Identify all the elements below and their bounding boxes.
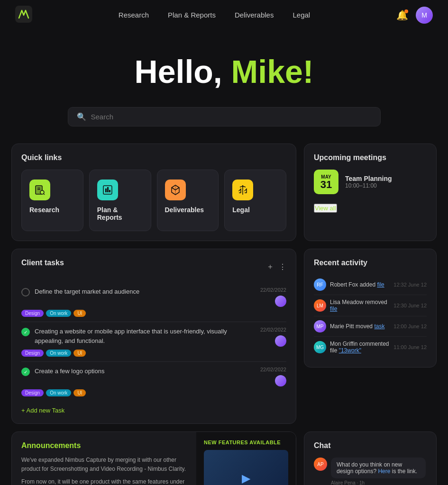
activity-left-1: LM Lisa Meadow removed file bbox=[314, 299, 393, 312]
chat-bubble-0: What do you think on new design options?… bbox=[331, 458, 426, 485]
add-task-button[interactable]: + Add new Task bbox=[21, 407, 64, 414]
recent-activity-card: Recent activity RF Robert Fox added file… bbox=[304, 249, 437, 368]
activity-link-3[interactable]: "13work" bbox=[339, 347, 361, 354]
navbar: Research Plan & Reports Deliverables Leg… bbox=[0, 0, 448, 30]
activity-link-1[interactable]: file bbox=[330, 305, 337, 312]
nav-research[interactable]: Research bbox=[119, 11, 149, 19]
svg-rect-9 bbox=[107, 187, 109, 192]
tag-ui-2: UI bbox=[73, 350, 86, 357]
tag-onwork-1: On work bbox=[46, 310, 71, 317]
nav-deliverables[interactable]: Deliverables bbox=[235, 11, 274, 19]
user-avatar-button[interactable]: M bbox=[416, 7, 433, 24]
chat-link[interactable]: Here bbox=[378, 468, 390, 475]
svg-rect-10 bbox=[109, 190, 110, 192]
chat-sender-0: Alaire Pena · 1h bbox=[331, 480, 426, 485]
task-checkbox-3[interactable]: ✓ bbox=[21, 368, 30, 376]
legal-icon bbox=[232, 180, 253, 200]
task-tags-3: Design On work UI bbox=[21, 389, 286, 396]
task-avatar-1 bbox=[275, 296, 286, 307]
meeting-item: May 31 Team Planning 10:00–11:00 bbox=[314, 170, 427, 194]
activity-left-0: RF Robert Fox added file bbox=[314, 278, 384, 291]
task-date-3: 22/02/2022 bbox=[260, 367, 286, 372]
client-tasks-card: Client tasks ＋ ⋮ Define the target marke… bbox=[11, 249, 296, 424]
quick-links-card: Quick links Research bbox=[11, 144, 296, 241]
client-tasks-title: Client tasks bbox=[21, 259, 64, 267]
activity-link-2[interactable]: task bbox=[374, 323, 384, 330]
notifications-button[interactable]: 🔔 bbox=[396, 9, 408, 21]
right-column: Recent activity RF Robert Fox added file… bbox=[304, 249, 437, 424]
quick-link-plan-label: Plan & Reports bbox=[97, 206, 143, 221]
task-meta-2: 22/02/2022 bbox=[260, 327, 286, 347]
activity-text-3: Mon Griffin commented file "13work" bbox=[330, 341, 393, 354]
task-left-3: ✓ Create a few logo options bbox=[21, 367, 256, 376]
activity-avatar-0: RF bbox=[314, 278, 326, 291]
quick-link-legal-label: Legal bbox=[232, 206, 250, 214]
announcements-title: Announcements bbox=[21, 441, 187, 450]
activity-avatar-3: MG bbox=[314, 341, 326, 353]
right-column-bottom: Chat AP What do you think on new design … bbox=[304, 431, 437, 485]
recent-activity-title: Recent activity bbox=[314, 259, 427, 267]
nav-links: Research Plan & Reports Deliverables Leg… bbox=[119, 11, 310, 19]
task-avatar-3 bbox=[275, 375, 286, 386]
quick-links-title: Quick links bbox=[21, 153, 286, 162]
svg-rect-8 bbox=[105, 189, 107, 192]
announce-text-0: We've expanded Nimbus Capture by merging… bbox=[21, 456, 187, 474]
activity-time-0: 12:32 June 12 bbox=[393, 282, 427, 287]
activity-list: RF Robert Fox added file 12:32 June 12 L… bbox=[314, 275, 427, 358]
quick-link-deliverables[interactable]: Deliverables bbox=[157, 170, 219, 231]
add-task-icon-button[interactable]: ＋ bbox=[266, 262, 274, 272]
quick-link-plan-reports[interactable]: Plan & Reports bbox=[89, 170, 151, 231]
task-date-1: 22/02/2022 bbox=[260, 287, 286, 293]
meeting-info: Team Planning 10:00–11:00 bbox=[345, 175, 392, 189]
search-input[interactable] bbox=[91, 113, 372, 121]
activity-time-2: 12:00 June 12 bbox=[393, 323, 427, 329]
task-date-2: 22/02/2022 bbox=[260, 327, 286, 332]
view-all-meetings-button[interactable]: View all bbox=[314, 204, 337, 213]
chat-message-0: AP What do you think on new design optio… bbox=[314, 458, 427, 485]
logo[interactable] bbox=[15, 6, 32, 25]
task-checkbox-2[interactable]: ✓ bbox=[21, 328, 30, 336]
tasks-menu-button[interactable]: ⋮ bbox=[279, 262, 286, 271]
activity-avatar-1: LM bbox=[314, 299, 326, 312]
quick-link-legal[interactable]: Legal bbox=[224, 170, 286, 231]
chat-avatar-0: AP bbox=[314, 458, 327, 471]
new-features-label: NEW FEATURES AVAILABLE bbox=[204, 440, 281, 445]
activity-text-0: Robert Fox added file bbox=[330, 281, 384, 288]
tag-ui-1: UI bbox=[73, 310, 86, 317]
task-row-2: ✓ Creating a website or mobile app inter… bbox=[21, 327, 286, 347]
tag-onwork-3: On work bbox=[46, 389, 71, 396]
activity-item-2: MP Marie Pitt moved task 12:00 June 12 bbox=[314, 316, 427, 337]
plan-reports-icon bbox=[97, 180, 118, 200]
chat-text-0: What do you think on new design options?… bbox=[331, 458, 426, 478]
quick-link-research[interactable]: Research bbox=[21, 170, 83, 231]
task-item-3: ✓ Create a few logo options 22/02/2022 D… bbox=[21, 362, 286, 401]
task-row-3: ✓ Create a few logo options 22/02/2022 bbox=[21, 367, 286, 386]
task-item-1: Define the target market and audience 22… bbox=[21, 282, 286, 322]
hero-heading: Hello, Mike! bbox=[0, 53, 448, 90]
tag-design-1: Design bbox=[21, 310, 44, 317]
user-avatar: M bbox=[416, 7, 433, 24]
activity-time-3: 11:00 June 12 bbox=[393, 344, 427, 350]
task-meta-3: 22/02/2022 bbox=[260, 367, 286, 386]
nav-actions: 🔔 M bbox=[396, 7, 433, 24]
third-row: Announcements We've expanded Nimbus Capt… bbox=[0, 431, 448, 485]
quick-link-deliverables-label: Deliverables bbox=[165, 206, 204, 214]
activity-text-1: Lisa Meadow removed file bbox=[330, 299, 393, 312]
tag-design-2: Design bbox=[21, 350, 44, 357]
hero-name: Mike! bbox=[231, 54, 314, 90]
announcements-card: Announcements We've expanded Nimbus Capt… bbox=[11, 431, 296, 485]
quick-links-grid: Research Plan & Reports bbox=[21, 170, 286, 231]
research-icon bbox=[29, 180, 50, 200]
activity-item-1: LM Lisa Meadow removed file 12:30 June 1… bbox=[314, 295, 427, 316]
notification-dot bbox=[404, 9, 408, 13]
activity-text-2: Marie Pitt moved task bbox=[330, 323, 384, 330]
nav-plan-reports[interactable]: Plan & Reports bbox=[168, 11, 216, 19]
activity-link-0[interactable]: file bbox=[377, 281, 384, 288]
tag-ui-3: UI bbox=[73, 389, 86, 396]
nav-legal[interactable]: Legal bbox=[293, 11, 310, 19]
activity-item-3: MG Mon Griffin commented file "13work" 1… bbox=[314, 337, 427, 358]
task-text-1: Define the target market and audience bbox=[35, 287, 139, 296]
task-avatar-2 bbox=[275, 335, 286, 347]
task-checkbox-1[interactable] bbox=[21, 288, 30, 296]
hero-section: Hello, Mike! bbox=[0, 30, 448, 107]
